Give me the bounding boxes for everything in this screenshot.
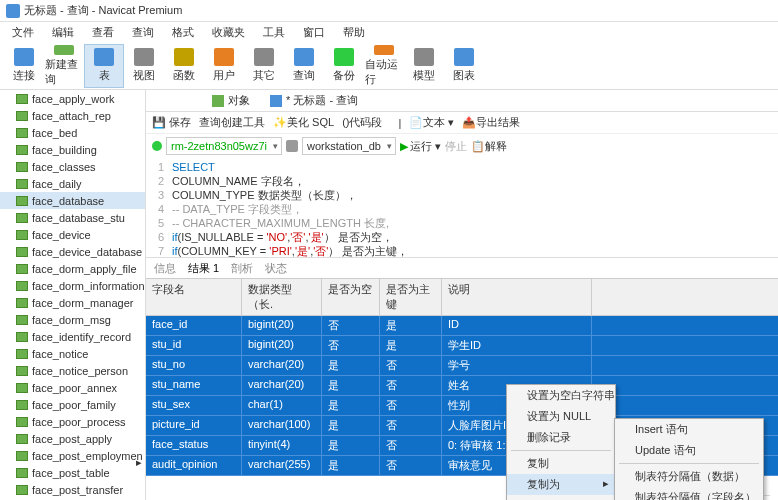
toolbar-新建查询[interactable]: 新建查询 (44, 44, 84, 88)
menu-编辑[interactable]: 编辑 (44, 23, 82, 42)
col-header[interactable]: 是否为空 (322, 279, 380, 315)
tree-item[interactable]: face_classes (0, 158, 145, 175)
beautify-button[interactable]: ✨美化 SQL (273, 115, 334, 130)
tab-objects[interactable]: 对象 (206, 91, 256, 110)
table-icon (16, 298, 28, 308)
tree-item[interactable]: face_apply_work (0, 90, 145, 107)
tree-item[interactable]: face_database (0, 192, 145, 209)
toolbar-图表[interactable]: 图表 (444, 44, 484, 88)
tree-item[interactable]: face_dorm_apply_file (0, 260, 145, 277)
context-submenu[interactable]: Insert 语句Update 语句制表符分隔值（数据）制表符分隔值（字段名）制… (614, 418, 764, 500)
db-icon (286, 140, 298, 152)
tree-item[interactable]: face_database_stu (0, 209, 145, 226)
menu-收藏夹[interactable]: 收藏夹 (204, 23, 253, 42)
tree-item[interactable]: face_post_table (0, 464, 145, 481)
tree-item[interactable]: face_device (0, 226, 145, 243)
explain-button[interactable]: 📋解释 (471, 139, 507, 154)
menubar[interactable]: 文件编辑查看查询格式收藏夹工具窗口帮助 (0, 22, 778, 42)
toolbar-查询[interactable]: 查询 (284, 44, 324, 88)
menu-item[interactable]: 制表符分隔值（数据） (615, 466, 763, 487)
table-icon (16, 349, 28, 359)
tree-item[interactable]: face_identify_record (0, 328, 145, 345)
table-icon (16, 162, 28, 172)
col-header[interactable]: 数据类型（长. (242, 279, 322, 315)
toolbar: 连接新建查询表视图函数用户其它查询备份自动运行模型图表 (0, 42, 778, 90)
table-icon (16, 94, 28, 104)
window-title: 无标题 - 查询 - Navicat Premium (24, 3, 182, 18)
run-button[interactable]: ▶ 运行 ▾ (400, 139, 441, 154)
table-row[interactable]: stu_novarchar(20)是否学号 (146, 356, 778, 376)
toolbar-视图[interactable]: 视图 (124, 44, 164, 88)
export-button[interactable]: 📤导出结果 (462, 115, 520, 130)
menu-帮助[interactable]: 帮助 (335, 23, 373, 42)
table-row[interactable]: stu_namevarchar(20)是否姓名 (146, 376, 778, 396)
table-row[interactable]: stu_idbigint(20)否是学生ID (146, 336, 778, 356)
col-header[interactable]: 说明 (442, 279, 592, 315)
tree-item[interactable]: face_post_employmen (0, 447, 145, 464)
table-icon (16, 451, 28, 461)
tree-item[interactable]: face_dorm_msg (0, 311, 145, 328)
tree-item[interactable]: face_attach_rep (0, 107, 145, 124)
table-row[interactable]: face_idbigint(20)否是ID (146, 316, 778, 336)
menu-查看[interactable]: 查看 (84, 23, 122, 42)
table-icon (16, 468, 28, 478)
save-button[interactable]: 💾 保存 (152, 115, 191, 130)
qb-button[interactable]: 查询创建工具 (199, 115, 265, 130)
menu-窗口[interactable]: 窗口 (295, 23, 333, 42)
stop-button[interactable]: 停止 (445, 139, 467, 154)
tree-item[interactable]: face_notice_person (0, 362, 145, 379)
menu-格式[interactable]: 格式 (164, 23, 202, 42)
tab-status[interactable]: 状态 (265, 261, 287, 276)
db-combo[interactable]: workstation_db (302, 137, 396, 155)
menu-item[interactable]: 设置为空白字符串 (507, 385, 615, 406)
tab-info[interactable]: 信息 (154, 261, 176, 276)
toolbar-备份[interactable]: 备份 (324, 44, 364, 88)
code-button[interactable]: ()代码段 (342, 115, 382, 130)
tree-item[interactable]: face_device_database (0, 243, 145, 260)
table-icon (16, 417, 28, 427)
menu-item[interactable]: Insert 语句 (615, 419, 763, 440)
status-dot (152, 141, 162, 151)
toolbar-用户[interactable]: 用户 (204, 44, 244, 88)
tree-item[interactable]: face_poor_family (0, 396, 145, 413)
sql-editor[interactable]: 1SELECT2 COLUMN_NAME 字段名，3 COLUMN_TYPE 数… (146, 158, 778, 258)
table-row[interactable]: stu_sexchar(1)是否性别 (146, 396, 778, 416)
menu-item[interactable]: 复制为 (507, 474, 615, 495)
tree-item[interactable]: face_bed (0, 124, 145, 141)
toolbar-函数[interactable]: 函数 (164, 44, 204, 88)
server-combo[interactable]: rm-2zetn83n05wz7i (166, 137, 282, 155)
tab-query[interactable]: * 无标题 - 查询 (264, 91, 364, 110)
tree-item[interactable]: face_dorm_manager (0, 294, 145, 311)
context-menu[interactable]: 设置为空白字符串设置为 NULL删除记录复制复制为粘贴显示 (506, 384, 616, 500)
menu-item[interactable]: 删除记录 (507, 427, 615, 448)
menu-item[interactable]: 设置为 NULL (507, 406, 615, 427)
menu-item[interactable]: Update 语句 (615, 440, 763, 461)
tree-item[interactable]: face_poor_annex (0, 379, 145, 396)
tree-item[interactable]: face_poor_process (0, 413, 145, 430)
toolbar-连接[interactable]: 连接 (4, 44, 44, 88)
col-header[interactable]: 是否为主键 (380, 279, 442, 315)
menu-item[interactable]: 制表符分隔值（字段名） (615, 487, 763, 500)
table-icon (16, 128, 28, 138)
table-icon (16, 434, 28, 444)
menu-item[interactable]: 复制 (507, 453, 615, 474)
toolbar-模型[interactable]: 模型 (404, 44, 444, 88)
menu-查询[interactable]: 查询 (124, 23, 162, 42)
menu-item[interactable]: 粘贴 (507, 495, 615, 500)
tree-item[interactable]: face_post_apply (0, 430, 145, 447)
menu-文件[interactable]: 文件 (4, 23, 42, 42)
tree-item[interactable]: face_dorm_information (0, 277, 145, 294)
titlebar: 无标题 - 查询 - Navicat Premium (0, 0, 778, 22)
tree-item[interactable]: face_post_transfer (0, 481, 145, 498)
toolbar-其它[interactable]: 其它 (244, 44, 284, 88)
text-button[interactable]: 📄文本 ▾ (409, 115, 454, 130)
col-header[interactable]: 字段名 (146, 279, 242, 315)
tree-item[interactable]: face_daily (0, 175, 145, 192)
toolbar-表[interactable]: 表 (84, 44, 124, 88)
tree-item[interactable]: face_building (0, 141, 145, 158)
tree-item[interactable]: face_notice (0, 345, 145, 362)
tab-result1[interactable]: 结果 1 (188, 261, 219, 276)
toolbar-自动运行[interactable]: 自动运行 (364, 44, 404, 88)
menu-工具[interactable]: 工具 (255, 23, 293, 42)
tab-analyze[interactable]: 剖析 (231, 261, 253, 276)
